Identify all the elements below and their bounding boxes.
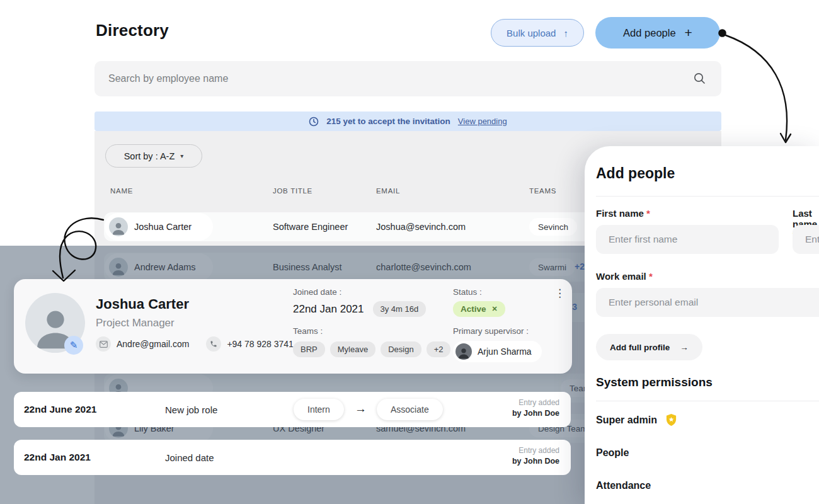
first-name-label: First name * — [596, 208, 650, 219]
timeline-date: 22nd Jan 2021 — [24, 452, 91, 463]
column-header-teams: TEAMS — [529, 187, 556, 195]
first-name-field[interactable] — [596, 225, 779, 254]
avatar — [109, 217, 128, 236]
timeline-event: Joined date — [165, 452, 214, 463]
bulk-upload-label: Bulk upload — [507, 28, 556, 38]
status-label: Status : — [453, 287, 542, 297]
arrow-right-icon: → — [680, 343, 689, 352]
permission-item-attendance[interactable]: Attendance — [596, 480, 651, 491]
work-email-label: Work email * — [596, 271, 653, 282]
close-icon: ✕ — [492, 305, 498, 313]
add-people-label: Add people — [623, 27, 676, 39]
bulk-upload-button[interactable]: Bulk upload ↑ — [491, 19, 584, 47]
employee-profile-card: ✎ Joshua Carter Project Manager Andre@gm… — [14, 279, 572, 374]
search-icon — [693, 72, 706, 85]
divider — [596, 196, 819, 197]
status-badge[interactable]: Active ✕ — [453, 301, 505, 317]
first-name-label-text: First name — [596, 208, 644, 219]
last-name-field[interactable] — [793, 225, 819, 254]
entry-added-label: Entry added — [512, 446, 559, 455]
joined-date-value: 22nd Jan 2021 — [293, 303, 364, 316]
profile-details-right: Status : Active ✕ Primary supervisor : A… — [453, 287, 542, 362]
chevron-down-icon: ▾ — [180, 152, 183, 159]
add-people-button[interactable]: Add people + — [595, 17, 720, 49]
required-asterisk: * — [649, 271, 653, 282]
profile-role: Project Manager — [96, 317, 175, 329]
page-title: Directory — [96, 21, 169, 40]
permission-label: People — [596, 447, 629, 459]
entry-added-block: Entry added by John Doe — [512, 398, 559, 418]
employee-name: Joshua Carter — [134, 222, 192, 232]
panel-title: Add people — [596, 165, 675, 182]
permission-label: Super admin — [596, 415, 657, 426]
supervisor-label: Primary supervisor : — [453, 326, 542, 336]
supervisor-pill: Arjun Sharma — [453, 341, 542, 362]
sort-label: Sort by : A-Z — [124, 151, 175, 161]
upload-arrow-icon: ↑ — [563, 28, 568, 38]
employee-job: Software Engineer — [273, 222, 348, 232]
phone-icon — [206, 336, 221, 352]
team-chip: BRP — [293, 341, 325, 357]
view-pending-link[interactable]: View pending — [458, 117, 507, 126]
entry-added-by: by John Doe — [512, 409, 559, 418]
permission-item-people[interactable]: People — [596, 447, 629, 459]
permissions-title: System permissions — [596, 375, 713, 389]
divider — [596, 401, 819, 401]
column-header-name: NAME — [110, 187, 133, 195]
status-text: Active — [461, 304, 486, 314]
joined-date-label: Joined date : — [293, 287, 450, 297]
profile-name: Joshua Carter — [96, 296, 189, 312]
permission-item-super-admin[interactable]: Super admin — [596, 413, 677, 427]
timeline-entry: 22nd June 2021 New job role Intern → Ass… — [14, 392, 571, 427]
more-teams-chip[interactable]: +2 — [427, 341, 451, 357]
employee-email: Joshua@sevinch.com — [376, 222, 466, 232]
role-from-pill: Intern — [294, 399, 344, 420]
plus-icon: + — [685, 25, 692, 40]
profile-email: Andre@gmail.com — [117, 339, 189, 349]
shield-icon — [665, 413, 677, 427]
profile-contact: Andre@gmail.com +94 78 928 3741 — [96, 336, 305, 352]
add-full-profile-label: Add full profile — [610, 343, 670, 352]
sort-dropdown[interactable]: Sort by : A-Z ▾ — [105, 144, 202, 168]
search-input[interactable] — [94, 61, 721, 96]
mail-icon — [96, 336, 111, 352]
directory-page: Directory Bulk upload ↑ Add people + 215… — [0, 0, 819, 504]
clock-icon — [309, 117, 319, 127]
work-email-label-text: Work email — [596, 271, 646, 282]
supervisor-avatar — [455, 343, 472, 360]
timeline-date: 22nd June 2021 — [24, 404, 96, 415]
pencil-icon: ✎ — [70, 340, 78, 351]
timeline-event: New job role — [165, 404, 217, 415]
timeline-entry: 22nd Jan 2021 Joined date Entry added by… — [14, 440, 571, 475]
permission-label: Attendance — [596, 480, 651, 491]
work-email-field[interactable] — [596, 288, 819, 317]
required-asterisk: * — [646, 208, 650, 219]
profile-phone: +94 78 928 3741 — [227, 339, 294, 349]
tenure-badge: 3y 4m 16d — [373, 301, 427, 317]
profile-details-left: Joined date : 22nd Jan 2021 3y 4m 16d Te… — [293, 287, 450, 357]
column-header-email: EMAIL — [376, 187, 400, 195]
entry-added-block: Entry added by John Doe — [512, 446, 559, 466]
role-to-pill: Associate — [377, 399, 443, 420]
banner-message: 215 yet to accept the invitation — [326, 117, 450, 126]
invitation-banner: 215 yet to accept the invitation View pe… — [94, 112, 721, 131]
kebab-menu-icon[interactable]: ⋮ — [549, 285, 570, 301]
team-pill: Sevinch — [529, 218, 577, 236]
search-bar — [94, 61, 721, 96]
teams-label: Teams : — [293, 326, 450, 336]
entry-added-by: by John Doe — [512, 457, 559, 466]
team-chip: Myleave — [330, 341, 375, 357]
arrow-right-icon: → — [355, 402, 367, 416]
column-header-job: JOB TITLE — [273, 187, 312, 195]
add-full-profile-button[interactable]: Add full profile → — [596, 334, 702, 360]
edit-profile-button[interactable]: ✎ — [64, 336, 83, 355]
add-people-panel: Add people First name * Last name * Work… — [585, 146, 819, 504]
entry-added-label: Entry added — [512, 398, 559, 407]
supervisor-name: Arjun Sharma — [478, 346, 532, 357]
team-chip: Design — [381, 341, 421, 357]
